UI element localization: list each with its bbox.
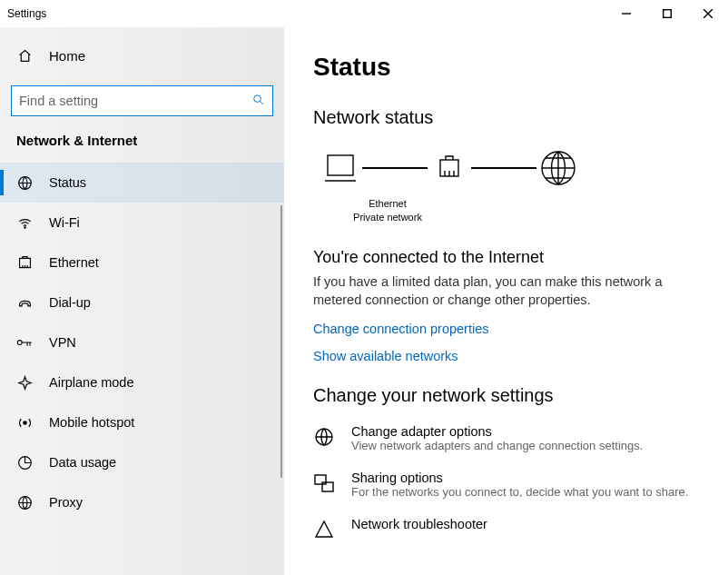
option-title: Change adapter options xyxy=(351,424,643,439)
sidebar-item-label: Dial-up xyxy=(49,295,91,310)
ethernet-adapter-icon xyxy=(428,146,471,190)
network-diagram xyxy=(319,146,706,190)
minimize-button[interactable] xyxy=(605,0,646,27)
wifi-icon xyxy=(16,215,33,231)
svg-point-13 xyxy=(23,421,25,423)
sidebar-scrollbar[interactable] xyxy=(276,205,284,571)
connected-heading: You're connected to the Internet xyxy=(313,248,706,267)
sidebar-nav: Status Wi-Fi Ethernet Dial-up xyxy=(0,163,284,575)
option-title: Network troubleshooter xyxy=(351,517,487,531)
option-sharing[interactable]: Sharing options For the networks you con… xyxy=(313,471,706,499)
change-settings-heading: Change your network settings xyxy=(313,385,706,406)
troubleshoot-icon xyxy=(313,517,337,544)
sidebar-scrollbar-thumb[interactable] xyxy=(280,205,282,478)
window-controls xyxy=(605,0,728,27)
vpn-icon xyxy=(16,336,33,349)
sidebar-item-hotspot[interactable]: Mobile hotspot xyxy=(0,402,284,442)
sidebar-item-label: Ethernet xyxy=(49,255,99,270)
sidebar-item-airplane[interactable]: Airplane mode xyxy=(0,362,284,402)
hotspot-icon xyxy=(16,415,33,431)
search-icon xyxy=(252,94,265,109)
svg-point-7 xyxy=(24,226,25,227)
data-usage-icon xyxy=(16,455,33,471)
svg-line-5 xyxy=(260,101,263,104)
status-icon xyxy=(16,175,33,191)
link-show-available-networks[interactable]: Show available networks xyxy=(313,349,706,363)
window-title: Settings xyxy=(7,7,605,20)
svg-rect-16 xyxy=(328,155,353,175)
airplane-icon xyxy=(16,375,33,391)
sidebar-item-label: Status xyxy=(49,175,86,190)
close-button[interactable] xyxy=(687,0,728,27)
ethernet-icon xyxy=(16,255,33,271)
sidebar-item-dialup[interactable]: Dial-up xyxy=(0,283,284,322)
home-icon xyxy=(16,48,33,64)
option-subtitle: View network adapters and change connect… xyxy=(351,439,643,452)
svg-point-4 xyxy=(254,94,261,102)
connected-body: If you have a limited data plan, you can… xyxy=(313,273,703,310)
sidebar-section-title: Network & Internet xyxy=(0,133,284,163)
sidebar-item-vpn[interactable]: VPN xyxy=(0,322,284,362)
main-content: Status Network status Ethernet Private n… xyxy=(284,27,728,575)
sidebar: Home Network & Internet Status xyxy=(0,27,284,575)
sidebar-item-status[interactable]: Status xyxy=(0,163,284,203)
laptop-icon xyxy=(319,146,362,190)
home-label: Home xyxy=(49,48,85,64)
sidebar-item-label: Wi-Fi xyxy=(49,215,80,230)
diagram-line xyxy=(471,167,536,169)
globe-icon xyxy=(536,146,580,190)
network-status-heading: Network status xyxy=(313,107,706,128)
option-subtitle: For the networks you connect to, decide … xyxy=(351,485,688,499)
proxy-icon xyxy=(16,495,33,511)
connection-type: Private network xyxy=(284,211,506,224)
option-change-adapter[interactable]: Change adapter options View network adap… xyxy=(313,424,706,452)
link-change-connection-properties[interactable]: Change connection properties xyxy=(313,322,706,336)
page-title: Status xyxy=(313,53,706,82)
sidebar-item-label: Data usage xyxy=(49,455,116,470)
search-input[interactable] xyxy=(11,85,273,116)
sharing-icon xyxy=(313,471,337,499)
svg-rect-1 xyxy=(663,10,671,18)
svg-point-9 xyxy=(17,341,22,345)
maximize-button[interactable] xyxy=(646,0,687,27)
search-field[interactable] xyxy=(19,94,252,108)
sidebar-item-wifi[interactable]: Wi-Fi xyxy=(0,203,284,243)
connection-name: Ethernet xyxy=(284,197,506,211)
option-troubleshooter[interactable]: Network troubleshooter xyxy=(313,517,706,544)
adapter-icon xyxy=(313,424,337,452)
diagram-caption: Ethernet Private network xyxy=(284,197,506,224)
sidebar-item-proxy[interactable]: Proxy xyxy=(0,482,284,522)
sidebar-item-data-usage[interactable]: Data usage xyxy=(0,442,284,482)
sidebar-item-ethernet[interactable]: Ethernet xyxy=(0,243,284,283)
sidebar-item-label: Airplane mode xyxy=(49,375,134,390)
sidebar-item-label: Proxy xyxy=(49,495,83,510)
dialup-icon xyxy=(16,295,33,311)
sidebar-item-label: Mobile hotspot xyxy=(49,415,134,430)
sidebar-item-label: VPN xyxy=(49,335,76,350)
home-nav[interactable]: Home xyxy=(0,38,284,73)
diagram-line xyxy=(362,167,428,169)
titlebar: Settings xyxy=(0,0,728,27)
option-title: Sharing options xyxy=(351,471,688,485)
